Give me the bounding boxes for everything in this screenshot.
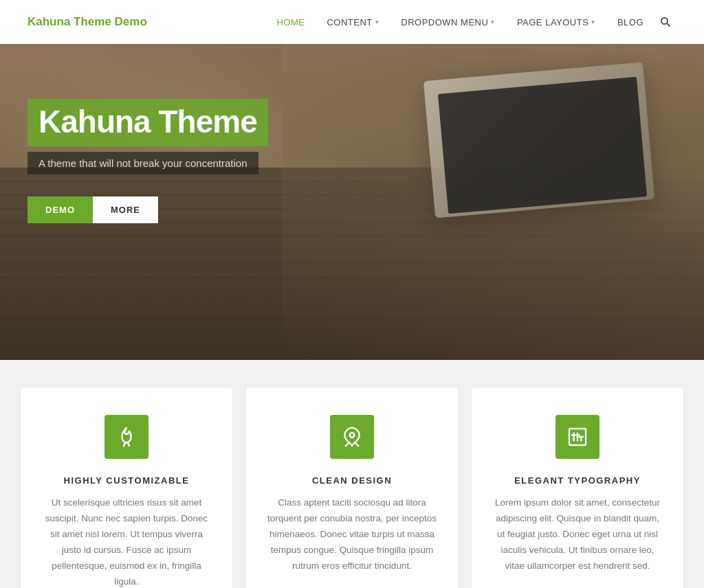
nav-link-content[interactable]: CONTENT ▾ [316,0,390,44]
svg-point-2 [350,433,355,438]
chevron-down-icon: ▾ [491,19,495,25]
hero-title-box: Kahuna Theme [28,99,268,146]
nav-item-home[interactable]: HOME [265,0,316,44]
nav-item-search[interactable] [654,0,676,44]
nav-link-dropdown[interactable]: DROPDOWN MENU ▾ [390,0,506,44]
nav-item-dropdown[interactable]: DROPDOWN MENU ▾ [390,0,506,44]
main-nav: HOME CONTENT ▾ DROPDOWN MENU ▾ PAGE LAYO… [265,0,676,44]
more-button[interactable]: MORE [93,196,158,223]
search-button[interactable] [654,0,676,44]
hero-title: Kahuna Theme [38,104,257,139]
laptop-screen [438,77,647,214]
feature-card-0: HIGHLY CUSTOMIZABLE Ut scelerisque ultri… [21,387,232,588]
features-section: HIGHLY CUSTOMIZABLE Ut scelerisque ultri… [0,360,704,588]
nav-link-blog[interactable]: BLOG [606,0,654,44]
hero-content: Kahuna Theme A theme that will not break… [28,99,268,223]
feature-desc-1: Class aptent taciti sociosqu ad litora t… [267,495,437,574]
feature-icon-box-0 [104,415,148,459]
feature-desc-2: Lorem ipsum dolor sit amet, consectetur … [492,495,663,574]
feature-icon-box-1 [330,415,374,459]
chevron-down-icon: ▾ [591,19,595,25]
hero-buttons: DEMO MORE [28,196,268,223]
typography-icon [566,426,588,448]
nav-link-home[interactable]: HOME [265,0,316,44]
svg-line-1 [667,23,670,27]
chevron-down-icon: ▾ [375,19,380,25]
demo-button[interactable]: DEMO [28,196,93,223]
flame-icon [116,426,138,448]
hero-section: Kahuna Theme A theme that will not break… [0,44,704,360]
nav-item-layouts[interactable]: PAGE LAYOUTS ▾ [506,0,606,44]
navbar: Kahuna Theme Demo HOME CONTENT ▾ DROPDOW… [0,0,704,44]
nav-item-content[interactable]: CONTENT ▾ [316,0,390,44]
feature-title-2: ELEGANT TYPOGRAPHY [492,475,663,486]
search-icon [660,16,671,27]
hero-subtitle: A theme that will not break your concent… [38,157,248,169]
feature-card-2: ELEGANT TYPOGRAPHY Lorem ipsum dolor sit… [472,387,683,588]
feature-title-0: HIGHLY CUSTOMIZABLE [41,475,212,486]
rocket-icon [341,426,363,448]
site-logo[interactable]: Kahuna Theme Demo [28,15,147,29]
features-grid: HIGHLY CUSTOMIZABLE Ut scelerisque ultri… [21,387,683,588]
hero-subtitle-box: A theme that will not break your concent… [28,152,258,174]
nav-link-layouts[interactable]: PAGE LAYOUTS ▾ [506,0,606,44]
feature-desc-0: Ut scelerisque ultricies risus sit amet … [41,495,212,588]
feature-icon-box-2 [556,415,600,459]
svg-point-0 [661,18,668,24]
feature-card-1: CLEAN DESIGN Class aptent taciti sociosq… [246,387,458,588]
nav-item-blog[interactable]: BLOG [606,0,654,44]
feature-title-1: CLEAN DESIGN [267,475,437,486]
